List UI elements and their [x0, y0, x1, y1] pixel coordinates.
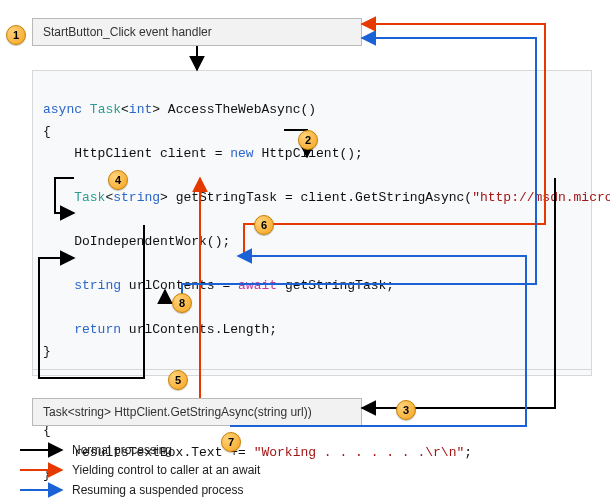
- brace-close: }: [43, 344, 51, 359]
- dw-line-b: ;: [464, 445, 472, 460]
- kw-task: Task: [90, 102, 121, 117]
- line4c: getStringTask;: [277, 278, 394, 293]
- step-badge-7: 7: [221, 432, 241, 452]
- step-badge-3: 3: [396, 400, 416, 420]
- kw-return: return: [74, 322, 121, 337]
- kw-string: string: [113, 190, 160, 205]
- legend-arrow-yield: [18, 460, 66, 480]
- sig-name: > AccessTheWebAsync(): [152, 102, 316, 117]
- code-box-main: async Task<int> AccessTheWebAsync() { Ht…: [32, 70, 592, 376]
- legend-yield-text: Yielding control to caller at an await: [72, 463, 260, 477]
- kw-await: await: [238, 278, 277, 293]
- kw-string2: string: [74, 278, 121, 293]
- url: "http://msdn.microsoft.com": [472, 190, 610, 205]
- header-box: StartButton_Click event handler: [32, 18, 362, 46]
- dw-str: "Working . . . . . . .\r\n": [254, 445, 465, 460]
- step-badge-8: 8: [172, 293, 192, 313]
- legend-arrow-normal: [18, 440, 66, 460]
- step-badge-4: 4: [108, 170, 128, 190]
- legend-yield: Yielding control to caller at an await: [18, 460, 260, 480]
- step-badge-6: 6: [254, 215, 274, 235]
- footer-text: Task<string> HttpClient.GetStringAsync(s…: [43, 405, 312, 419]
- step-badge-2: 2: [298, 130, 318, 150]
- line5b: urlContents.Length;: [121, 322, 277, 337]
- step-badge-1: 1: [6, 25, 26, 45]
- kw-new: new: [230, 146, 253, 161]
- footer-box: Task<string> HttpClient.GetStringAsync(s…: [32, 398, 362, 426]
- line5a: [43, 322, 74, 337]
- line4a: [43, 278, 74, 293]
- line2a: [43, 190, 74, 205]
- legend-normal-text: Normal processing: [72, 443, 172, 457]
- line1a: HttpClient client =: [43, 146, 230, 161]
- brace-open: {: [43, 124, 51, 139]
- line4b: urlContents =: [121, 278, 238, 293]
- kw-int: int: [129, 102, 152, 117]
- step-badge-5: 5: [168, 370, 188, 390]
- header-title: StartButton_Click event handler: [43, 25, 212, 39]
- kw-task2: Task: [74, 190, 105, 205]
- legend-resume: Resuming a suspended process: [18, 480, 260, 500]
- legend-arrow-resume: [18, 480, 66, 500]
- line2c: > getStringTask = client.GetStringAsync(: [160, 190, 472, 205]
- line3: DoIndependentWork();: [43, 234, 230, 249]
- legend-resume-text: Resuming a suspended process: [72, 483, 243, 497]
- kw-async: async: [43, 102, 82, 117]
